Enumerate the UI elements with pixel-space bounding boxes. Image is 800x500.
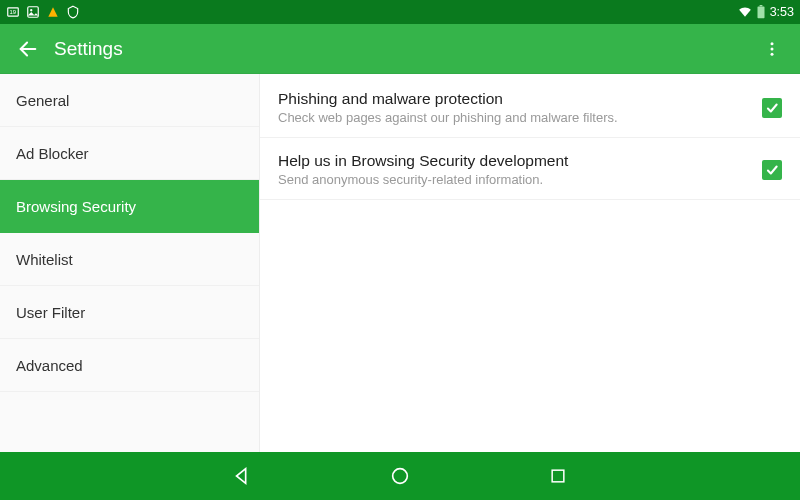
setting-title: Phishing and malware protection: [278, 90, 750, 108]
svg-point-8: [771, 47, 774, 50]
sidebar-item-general[interactable]: General: [0, 74, 259, 127]
setting-subtitle: Check web pages against our phishing and…: [278, 110, 750, 125]
setting-checkbox[interactable]: [762, 160, 782, 180]
sidebar-item-label: Whitelist: [16, 251, 73, 268]
status-time: 3:53: [770, 5, 794, 19]
svg-point-10: [393, 469, 408, 484]
svg-point-7: [771, 42, 774, 45]
setting-checkbox[interactable]: [762, 98, 782, 118]
app-bar: Settings: [0, 24, 800, 74]
nav-back-button[interactable]: [228, 462, 256, 490]
back-button[interactable]: [10, 31, 46, 67]
svg-rect-11: [552, 470, 564, 482]
sidebar-item-ad-blocker[interactable]: Ad Blocker: [0, 127, 259, 180]
nav-recent-button[interactable]: [544, 462, 572, 490]
app-icon: [46, 5, 60, 19]
status-bar: 19 3:53: [0, 0, 800, 24]
sidebar-item-label: General: [16, 92, 69, 109]
setting-help-development[interactable]: Help us in Browsing Security development…: [260, 138, 800, 200]
svg-point-9: [771, 52, 774, 55]
nav-home-button[interactable]: [386, 462, 414, 490]
overflow-menu-button[interactable]: [754, 31, 790, 67]
sidebar-item-advanced[interactable]: Advanced: [0, 339, 259, 392]
shield-icon: [66, 5, 80, 19]
sidebar-item-label: Advanced: [16, 357, 83, 374]
sidebar-item-whitelist[interactable]: Whitelist: [0, 233, 259, 286]
svg-point-3: [30, 9, 32, 11]
battery-icon: [756, 5, 766, 19]
sidebar-item-label: Ad Blocker: [16, 145, 89, 162]
setting-title: Help us in Browsing Security development: [278, 152, 750, 170]
page-title: Settings: [54, 38, 123, 60]
settings-sidebar: General Ad Blocker Browsing Security Whi…: [0, 74, 260, 452]
sidebar-item-label: User Filter: [16, 304, 85, 321]
setting-phishing-protection[interactable]: Phishing and malware protection Check we…: [260, 76, 800, 138]
image-icon: [26, 5, 40, 19]
svg-text:19: 19: [10, 9, 16, 15]
settings-content: Phishing and malware protection Check we…: [260, 74, 800, 452]
sidebar-item-user-filter[interactable]: User Filter: [0, 286, 259, 339]
wifi-icon: [738, 5, 752, 19]
svg-rect-2: [28, 7, 39, 18]
svg-rect-5: [759, 5, 762, 6]
sidebar-item-label: Browsing Security: [16, 198, 136, 215]
notification-icon: 19: [6, 5, 20, 19]
sidebar-item-browsing-security[interactable]: Browsing Security: [0, 180, 259, 233]
setting-subtitle: Send anonymous security-related informat…: [278, 172, 750, 187]
svg-rect-4: [757, 6, 764, 18]
navigation-bar: [0, 452, 800, 500]
